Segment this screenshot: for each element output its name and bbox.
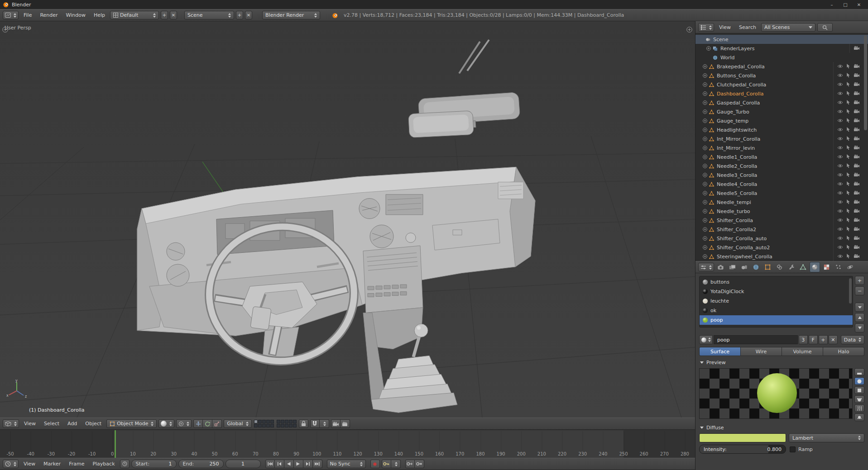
- outliner-tree[interactable]: SceneRenderLayersWorldBrakepedal_Corolla…: [695, 33, 868, 261]
- layer-toggle[interactable]: [258, 420, 262, 423]
- menu-playback[interactable]: Playback: [89, 461, 118, 467]
- expand-icon[interactable]: [702, 146, 708, 150]
- layers-group-1[interactable]: [254, 420, 274, 427]
- menu-view[interactable]: View: [21, 421, 39, 427]
- renderability-camera-icon[interactable]: [854, 82, 860, 88]
- expand-icon[interactable]: [702, 91, 708, 96]
- renderability-camera-icon[interactable]: [854, 227, 860, 233]
- play-button[interactable]: [294, 460, 303, 468]
- preview-hair-button[interactable]: [854, 404, 864, 412]
- outliner-item-label[interactable]: RenderLayers: [720, 46, 755, 52]
- outliner-row[interactable]: Int_Mirror_Corolla: [695, 134, 868, 143]
- expand-icon[interactable]: [702, 164, 708, 168]
- tab-material[interactable]: [810, 262, 820, 272]
- jump-to-end-button[interactable]: [313, 460, 322, 468]
- selectability-cursor-icon[interactable]: [846, 90, 850, 97]
- expand-icon[interactable]: [702, 209, 708, 214]
- material-slot-list[interactable]: buttonsYotaDigiClockleuchteokpoop: [699, 276, 853, 328]
- fake-user-button[interactable]: F: [809, 335, 818, 344]
- manipulator-translate-button[interactable]: [193, 419, 203, 428]
- outliner-row[interactable]: Clutchpedal_Corolla: [695, 80, 868, 89]
- render-engine-selector[interactable]: Blender Render: [262, 11, 320, 19]
- move-slot-down-button[interactable]: [855, 323, 864, 332]
- selectability-cursor-icon[interactable]: [846, 163, 850, 170]
- renderability-camera-icon[interactable]: [854, 118, 860, 124]
- menu-help[interactable]: Help: [91, 12, 108, 18]
- visibility-eye-icon[interactable]: [837, 190, 843, 196]
- snap-toggle-button[interactable]: [310, 419, 320, 428]
- layer-toggle[interactable]: [285, 424, 288, 427]
- outliner-item-label[interactable]: Needle5_Corolla: [717, 190, 757, 196]
- selectability-cursor-icon[interactable]: [846, 100, 850, 106]
- jump-next-keyframe-button[interactable]: [303, 460, 313, 468]
- toolshelf-open-icon[interactable]: [2, 27, 8, 34]
- outliner-row[interactable]: Needle_tempi: [695, 198, 868, 207]
- visibility-eye-icon[interactable]: [837, 64, 843, 70]
- visibility-eye-icon[interactable]: [837, 109, 843, 115]
- layer-toggle[interactable]: [266, 420, 270, 423]
- outliner-row[interactable]: Gauge_temp: [695, 116, 868, 125]
- start-frame-field[interactable]: Start: 1: [131, 460, 177, 468]
- remove-material-slot-button[interactable]: −: [855, 286, 864, 295]
- material-link-dropdown[interactable]: Data: [841, 335, 864, 344]
- viewport-canvas[interactable]: [0, 21, 695, 418]
- material-slot[interactable]: YotaDigiClock: [700, 287, 853, 296]
- expand-icon[interactable]: [702, 173, 708, 177]
- pivot-point-dropdown[interactable]: [176, 419, 192, 428]
- diffuse-panel-header[interactable]: Diffuse: [699, 424, 864, 431]
- outliner-item-label[interactable]: Needle4_Corolla: [717, 181, 757, 187]
- preview-sphere-button[interactable]: [854, 377, 864, 385]
- layer-toggle[interactable]: [281, 420, 284, 423]
- end-frame-field[interactable]: End: 250: [178, 460, 224, 468]
- selectability-cursor-icon[interactable]: [846, 226, 850, 233]
- visibility-eye-icon[interactable]: [837, 118, 843, 124]
- delete-keyframe-button[interactable]: [415, 460, 424, 468]
- selectability-cursor-icon[interactable]: [846, 72, 850, 79]
- new-material-button[interactable]: +: [819, 335, 828, 344]
- tab-texture[interactable]: [821, 262, 832, 272]
- outliner-row[interactable]: Needle_turbo: [695, 207, 868, 216]
- add-scene-button[interactable]: +: [236, 11, 243, 19]
- opengl-render-anim-button[interactable]: [340, 419, 350, 428]
- renderability-camera-icon[interactable]: [854, 163, 860, 169]
- expand-icon[interactable]: [702, 245, 708, 250]
- material-slot[interactable]: buttons: [700, 277, 853, 287]
- screen-layout-selector[interactable]: Default: [110, 11, 159, 19]
- visibility-eye-icon[interactable]: [837, 218, 843, 223]
- expand-icon[interactable]: [702, 254, 708, 259]
- outliner-row[interactable]: Shifter_Corolla_auto: [695, 234, 868, 243]
- outliner-item-label[interactable]: Shifter_Corolla_auto: [717, 236, 767, 242]
- visibility-eye-icon[interactable]: [837, 154, 843, 160]
- editor-type-selector[interactable]: [698, 23, 714, 32]
- outliner-row[interactable]: RenderLayers: [695, 44, 868, 53]
- tab-constraints[interactable]: [774, 262, 785, 272]
- delete-layout-button[interactable]: ✕: [170, 11, 177, 19]
- layer-toggle[interactable]: [293, 424, 297, 427]
- expand-icon[interactable]: [702, 100, 708, 105]
- outliner-row[interactable]: Shifter_Corolla: [695, 216, 868, 225]
- expand-icon[interactable]: [702, 64, 708, 69]
- preview-world-sphere-button[interactable]: [854, 413, 864, 421]
- renderability-camera-icon[interactable]: [854, 127, 860, 133]
- outliner-item-label[interactable]: Gaspedal_Corolla: [717, 100, 760, 106]
- menu-object[interactable]: Object: [82, 421, 105, 427]
- outliner-display-dropdown[interactable]: All Scenes: [761, 23, 815, 32]
- outliner-row[interactable]: Scene: [695, 35, 868, 44]
- selectability-cursor-icon[interactable]: [846, 181, 850, 188]
- outliner-row[interactable]: Dashboard_Corolla: [695, 89, 868, 98]
- tab-world[interactable]: [751, 262, 761, 272]
- visibility-eye-icon[interactable]: [837, 73, 843, 79]
- tab-render-layers[interactable]: [727, 262, 738, 272]
- outliner-item-label[interactable]: Int_Mirror_levin: [717, 145, 755, 151]
- jump-prev-keyframe-button[interactable]: [275, 460, 284, 468]
- expand-icon[interactable]: [702, 227, 708, 232]
- layer-toggle[interactable]: [281, 424, 284, 427]
- tab-render[interactable]: [715, 262, 726, 272]
- outliner-row[interactable]: Gaspedal_Corolla: [695, 98, 868, 107]
- selectability-cursor-icon[interactable]: [846, 208, 850, 215]
- selectability-cursor-icon[interactable]: [846, 154, 850, 161]
- outliner-row[interactable]: Needle1_Corolla: [695, 152, 868, 161]
- outliner-row[interactable]: Headlightswitch: [695, 125, 868, 134]
- menu-select[interactable]: Select: [41, 421, 62, 427]
- layer-toggle[interactable]: [258, 424, 262, 427]
